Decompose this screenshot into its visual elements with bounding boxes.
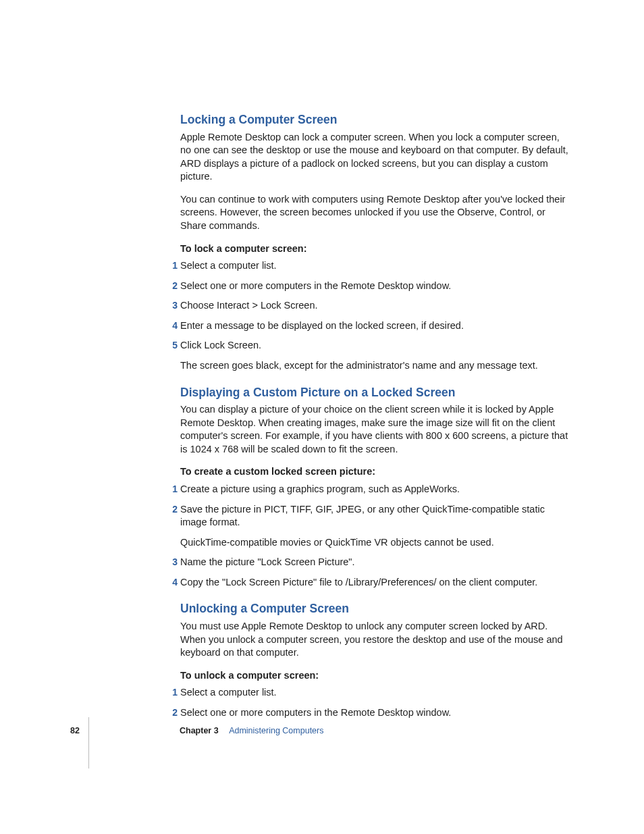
page-number: 82: [70, 725, 89, 737]
procedure-step: 3Choose Interact > Lock Screen.: [180, 299, 568, 313]
procedure-step: 4Enter a message to be displayed on the …: [180, 319, 568, 333]
procedure-step: 1Select a computer list.: [180, 686, 568, 700]
chapter-title: Administering Computers: [229, 726, 323, 735]
page-body: Locking a Computer ScreenApple Remote De…: [0, 0, 644, 719]
step-number: 1: [167, 483, 178, 496]
procedure-steps: 1Select a computer list.2Select one or m…: [180, 686, 568, 719]
page-footer: 82 Chapter 3 Administering Computers: [70, 725, 323, 737]
body-paragraph: You can continue to work with computers …: [180, 193, 568, 233]
step-result: QuickTime-compatible movies or QuickTime…: [180, 536, 568, 550]
section-heading: Displaying a Custom Picture on a Locked …: [180, 385, 568, 401]
step-text: Select one or more computers in the Remo…: [180, 706, 568, 720]
procedure-step: 5Click Lock Screen.The screen goes black…: [180, 339, 568, 372]
body-paragraph: Apple Remote Desktop can lock a computer…: [180, 131, 568, 184]
step-number: 2: [167, 280, 178, 292]
step-number: 2: [167, 503, 178, 516]
step-number: 3: [167, 299, 178, 312]
procedure-step: 2Save the picture in PICT, TIFF, GIF, JP…: [180, 503, 568, 550]
body-paragraph: You must use Apple Remote Desktop to unl…: [180, 620, 568, 660]
step-text: Select one or more computers in the Remo…: [180, 280, 568, 293]
section-heading: Unlocking a Computer Screen: [180, 601, 568, 617]
procedure-step: 1Create a picture using a graphics progr…: [180, 483, 568, 496]
step-text: Enter a message to be displayed on the l…: [180, 319, 568, 333]
step-text: Copy the "Lock Screen Picture" file to /…: [180, 576, 568, 590]
procedure-steps: 1Select a computer list.2Select one or m…: [180, 259, 568, 372]
step-number: 5: [167, 339, 178, 352]
procedure-lead: To lock a computer screen:: [180, 242, 568, 256]
step-number: 3: [167, 556, 178, 569]
procedure-steps: 1Create a picture using a graphics progr…: [180, 483, 568, 589]
step-number: 4: [167, 319, 178, 332]
procedure-step: 2Select one or more computers in the Rem…: [180, 280, 568, 293]
step-text: Select a computer list.: [180, 259, 568, 273]
body-paragraph: You can display a picture of your choice…: [180, 403, 568, 456]
step-number: 4: [167, 576, 178, 589]
content-column: Locking a Computer ScreenApple Remote De…: [180, 112, 568, 719]
procedure-step: 2Select one or more computers in the Rem…: [180, 706, 568, 720]
step-number: 1: [167, 259, 178, 272]
procedure-step: 1Select a computer list.: [180, 259, 568, 273]
procedure-step: 4Copy the "Lock Screen Picture" file to …: [180, 576, 568, 590]
step-text: Name the picture "Lock Screen Picture".: [180, 556, 568, 569]
step-text: Create a picture using a graphics progra…: [180, 483, 568, 496]
chapter-label: Chapter 3: [180, 726, 219, 735]
procedure-lead: To create a custom locked screen picture…: [180, 465, 568, 479]
step-text: Save the picture in PICT, TIFF, GIF, JPE…: [180, 503, 568, 529]
step-number: 1: [167, 686, 178, 699]
step-text: Click Lock Screen.: [180, 339, 568, 353]
step-text: Choose Interact > Lock Screen.: [180, 299, 568, 313]
step-number: 2: [167, 706, 178, 719]
procedure-step: 3Name the picture "Lock Screen Picture".: [180, 556, 568, 569]
procedure-lead: To unlock a computer screen:: [180, 669, 568, 683]
step-text: Select a computer list.: [180, 686, 568, 700]
step-result: The screen goes black, except for the ad…: [180, 359, 568, 373]
section-heading: Locking a Computer Screen: [180, 112, 568, 128]
